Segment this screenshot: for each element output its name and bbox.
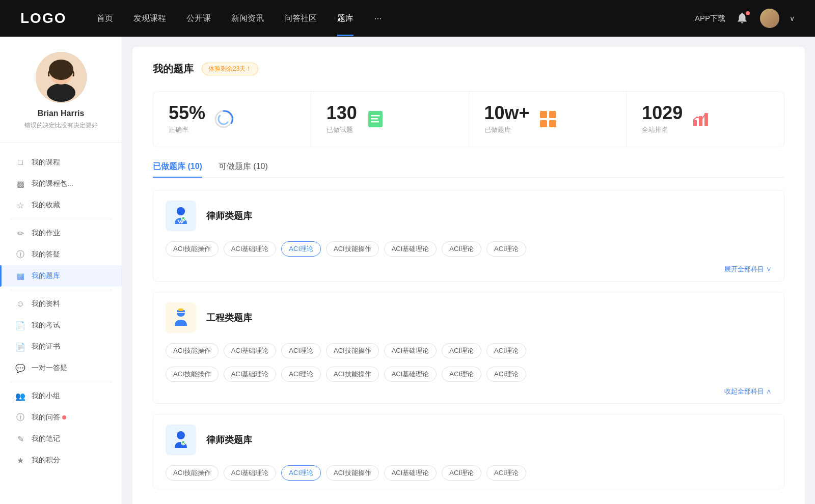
svg-rect-12: [540, 120, 547, 127]
nav-link-qbank[interactable]: 题库: [337, 13, 354, 24]
sidebar-item-exam[interactable]: 📄 我的考试: [0, 315, 122, 336]
eng-tag-2[interactable]: ACI基础理论: [224, 343, 277, 358]
eng-tag-10[interactable]: ACI理论: [281, 367, 321, 382]
qbank-collapse-2[interactable]: 收起全部科目 ∧: [153, 387, 784, 403]
lawyer2-tag-1[interactable]: ACI技能操作: [166, 465, 219, 481]
sidebar-item-qa[interactable]: ⓘ 我的答疑: [0, 244, 122, 265]
stats-row: 55% 正确率 130 已做试题: [153, 91, 784, 147]
sidebar-item-homework[interactable]: ✏ 我的作业: [0, 222, 122, 244]
nav-link-home[interactable]: 首页: [97, 13, 113, 24]
page-header: 我的题库 体验剩余23天！: [153, 62, 784, 76]
eng-tag-12[interactable]: ACI基础理论: [384, 367, 437, 382]
nav-bell-button[interactable]: [736, 11, 750, 25]
sidebar-item-questions[interactable]: ⓘ 我的问答: [0, 407, 122, 428]
pie-chart-icon: [213, 109, 234, 129]
sidebar-item-cert[interactable]: 📄 我的证书: [0, 336, 122, 357]
tag-aci-theory-2[interactable]: ACI理论: [442, 241, 481, 257]
svg-point-3: [49, 60, 73, 80]
eng-tag-3[interactable]: ACI理论: [281, 343, 321, 358]
qa-icon: ⓘ: [15, 412, 25, 423]
tag-aci-theory-basic-1[interactable]: ACI基础理论: [224, 241, 277, 257]
nav-link-qa[interactable]: 问答社区: [284, 13, 317, 24]
tab-done-qbank[interactable]: 已做题库 (10): [153, 161, 202, 177]
sidebar-item-qbank[interactable]: ▦ 我的题库: [0, 265, 122, 287]
qbank-name-2: 工程类题库: [206, 312, 252, 324]
svg-rect-13: [549, 120, 556, 127]
sidebar-item-1v1[interactable]: 💬 一对一答疑: [0, 357, 122, 379]
lawyer2-tag-2[interactable]: ACI基础理论: [224, 465, 277, 481]
chat-icon: 💬: [15, 363, 25, 373]
edit-icon: ✏: [15, 228, 25, 238]
svg-rect-9: [371, 121, 379, 123]
tag-aci-theory-1[interactable]: ACI理论: [281, 241, 321, 257]
nav-link-discover[interactable]: 发现课程: [133, 13, 166, 24]
doc-icon: 📄: [15, 320, 25, 330]
lawyer2-tag-6[interactable]: ACI理论: [442, 465, 481, 481]
lawyer2-tag-4[interactable]: ACI技能操作: [326, 465, 379, 481]
tab-available-qbank[interactable]: 可做题库 (10): [219, 161, 268, 177]
nav-app-download[interactable]: APP下载: [695, 14, 725, 23]
doc-list-icon: [365, 109, 386, 129]
lawyer2-tag-5[interactable]: ACI基础理论: [384, 465, 437, 481]
lawyer2-tag-7[interactable]: ACI理论: [486, 465, 526, 481]
grid-doc-icon: [538, 109, 558, 129]
nav-right: APP下载 ∨: [695, 9, 795, 28]
nav-link-news[interactable]: 新闻资讯: [231, 13, 264, 24]
question-icon: ⓘ: [15, 249, 25, 260]
eng-tag-7[interactable]: ACI理论: [486, 343, 526, 358]
svg-rect-7: [371, 115, 380, 117]
sidebar-item-my-course[interactable]: □ 我的课程: [0, 152, 122, 173]
svg-rect-8: [371, 118, 378, 120]
nav-link-open[interactable]: 公开课: [186, 13, 211, 24]
eng-tag-8[interactable]: ACI技能操作: [166, 367, 219, 382]
tag-aci-basic-2[interactable]: ACI基础理论: [384, 241, 437, 257]
nav-chevron-icon[interactable]: ∨: [790, 14, 795, 22]
profile-motto: 错误的决定比没有决定要好: [24, 121, 98, 130]
tag-aci-ops-1[interactable]: ACI技能操作: [166, 241, 219, 257]
tag-aci-theory-3[interactable]: ACI理论: [486, 241, 526, 257]
lawyer2-tag-3[interactable]: ACI理论: [281, 465, 321, 481]
qbank-tags-row1-3: ACI技能操作 ACI基础理论 ACI理论 ACI技能操作 ACI基础理论 AC…: [153, 465, 784, 489]
sidebar-menu: □ 我的课程 ▩ 我的课程包... ☆ 我的收藏 ✏ 我的作业 ⓘ 我的答疑 ▦: [0, 148, 122, 475]
qbank-section-lawyer-1: 律师类题库 ACI技能操作 ACI基础理论 ACI理论 ACI技能操作 ACI基…: [153, 190, 784, 282]
bar-icon: ▩: [15, 179, 25, 189]
eng-tag-9[interactable]: ACI基础理论: [224, 367, 277, 382]
nav-logo: LOGO: [20, 10, 66, 26]
qbank-header-3: 律师类题库: [153, 414, 784, 465]
user-icon: ☺: [15, 299, 25, 309]
tag-aci-ops-2[interactable]: ACI技能操作: [326, 241, 379, 257]
stat-label-global-rank: 全站排名: [642, 125, 683, 134]
sidebar-item-collect[interactable]: ☆ 我的收藏: [0, 194, 122, 216]
eng-tag-6[interactable]: ACI理论: [442, 343, 481, 358]
svg-point-5: [219, 114, 229, 124]
note-icon: ✎: [15, 434, 25, 444]
sidebar-item-notes[interactable]: ✎ 我的笔记: [0, 428, 122, 450]
sidebar-item-course-pack[interactable]: ▩ 我的课程包...: [0, 173, 122, 194]
eng-tag-11[interactable]: ACI技能操作: [326, 367, 379, 382]
sidebar-item-group[interactable]: 👥 我的小组: [0, 385, 122, 407]
qbank-icon-engineer: [166, 302, 196, 333]
qbank-section-engineer: 工程类题库 ACI技能操作 ACI基础理论 ACI理论 ACI技能操作 ACI基…: [153, 292, 784, 404]
nav-more[interactable]: ···: [374, 13, 382, 24]
sidebar-item-profile[interactable]: ☺ 我的资料: [0, 293, 122, 315]
page-title: 我的题库: [153, 62, 194, 76]
qbank-name-1: 律师类题库: [206, 210, 252, 222]
navbar: LOGO 首页 发现课程 公开课 新闻资讯 问答社区 题库 ··· APP下载 …: [0, 0, 815, 37]
file-icon: □: [15, 157, 25, 167]
nav-avatar[interactable]: [760, 9, 779, 28]
eng-tag-4[interactable]: ACI技能操作: [326, 343, 379, 358]
sidebar-divider-2: [10, 290, 112, 290]
nav-bell-dot: [746, 11, 750, 15]
eng-tag-14[interactable]: ACI理论: [486, 367, 526, 382]
stat-label-correct-rate: 正确率: [169, 125, 205, 134]
eng-tag-5[interactable]: ACI基础理论: [384, 343, 437, 358]
stat-value-done-qbanks: 10w+: [484, 104, 530, 122]
eng-tag-1[interactable]: ACI技能操作: [166, 343, 219, 358]
qbank-name-3: 律师类题库: [206, 434, 252, 446]
eng-tag-13[interactable]: ACI理论: [442, 367, 481, 382]
cert-icon: 📄: [15, 342, 25, 352]
qbank-expand-1[interactable]: 展开全部科目 ∨: [153, 265, 784, 281]
svg-rect-14: [693, 120, 697, 126]
profile-name: Brian Harris: [38, 109, 85, 118]
sidebar-item-points[interactable]: ★ 我的积分: [0, 450, 122, 471]
